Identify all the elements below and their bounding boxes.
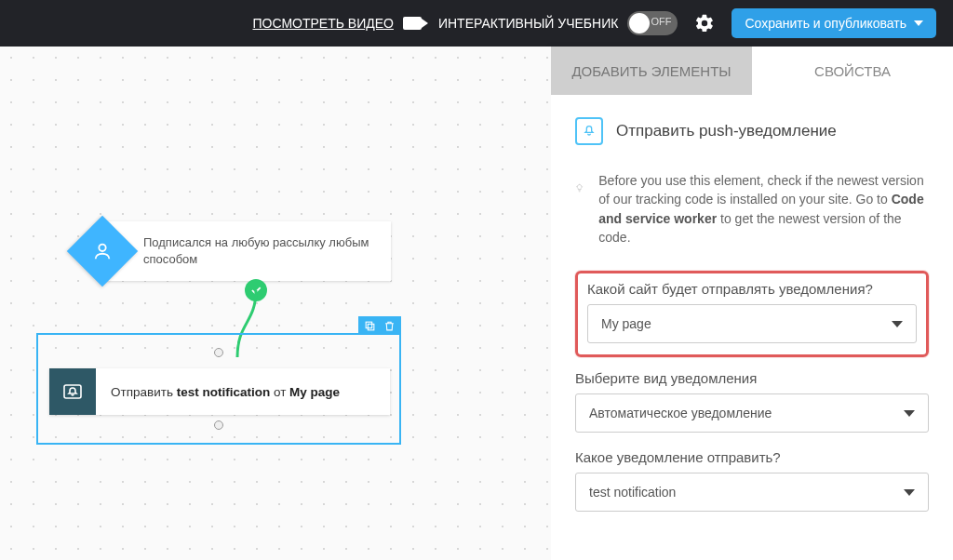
panel-title: Отправить push-уведомление	[616, 122, 837, 140]
selected-node-frame[interactable]: Отправить test notification от My page	[36, 333, 401, 445]
action-node[interactable]: Отправить test notification от My page	[49, 368, 390, 415]
svg-rect-1	[368, 324, 374, 330]
chevron-down-icon	[892, 321, 903, 327]
publish-button[interactable]: Сохранить и опубликовать	[732, 8, 936, 38]
tab-add-elements[interactable]: ДОБАВИТЬ ЭЛЕМЕНТЫ	[551, 47, 752, 95]
settings-icon[interactable]	[694, 13, 715, 33]
field-which-label: Какое уведомление отправить?	[575, 449, 929, 465]
lightbulb-icon	[575, 175, 584, 201]
notification-type-select[interactable]: Автоматическое уведомление	[575, 393, 929, 433]
svg-rect-2	[366, 322, 372, 328]
field-site-label: Какой сайт будет отправлять уведомления?	[587, 281, 917, 297]
svg-rect-3	[64, 385, 81, 398]
connector-dot-bottom[interactable]	[214, 420, 223, 430]
trigger-diamond-icon	[67, 216, 138, 287]
tutorial-label: ИНТЕРАКТИВНЫЙ УЧЕБНИК	[438, 16, 618, 31]
site-select[interactable]: My page	[587, 304, 917, 343]
field-site-highlight: Какой сайт будет отправлять уведомления?…	[575, 271, 929, 357]
duplicate-icon[interactable]	[364, 320, 376, 332]
tab-properties[interactable]: СВОЙСТВА	[752, 47, 953, 95]
top-toolbar: ПОСМОТРЕТЬ ВИДЕО ИНТЕРАКТИВНЫЙ УЧЕБНИК O…	[0, 0, 953, 47]
video-camera-icon	[403, 17, 422, 30]
workflow-canvas[interactable]: Подписался на любую рассылку любым спосо…	[0, 47, 551, 560]
push-notification-icon	[49, 368, 96, 415]
properties-panel: ДОБАВИТЬ ЭЛЕМЕНТЫ СВОЙСТВА Отправить pus…	[551, 47, 953, 560]
field-type-label: Выберите вид уведомления	[575, 370, 929, 386]
tutorial-toggle[interactable]: OFF	[627, 11, 678, 35]
svg-point-0	[99, 245, 105, 251]
connector-dot-top[interactable]	[214, 348, 223, 357]
info-hint: Before you use this element, check if th…	[575, 171, 929, 247]
bell-box-icon	[575, 117, 603, 145]
node-toolbar	[358, 316, 401, 335]
watch-video-link[interactable]: ПОСМОТРЕТЬ ВИДЕО	[253, 16, 394, 31]
notification-select[interactable]: test notification	[575, 473, 929, 512]
chevron-down-icon	[904, 410, 915, 417]
delete-icon[interactable]	[383, 320, 396, 332]
trigger-text: Подписался на любую рассылку любым спосо…	[143, 234, 378, 267]
chevron-down-icon	[914, 20, 923, 26]
trigger-node[interactable]: Подписался на любую рассылку любым спосо…	[102, 221, 391, 281]
action-node-text: Отправить test notification от My page	[96, 385, 340, 399]
chevron-down-icon	[904, 489, 915, 496]
